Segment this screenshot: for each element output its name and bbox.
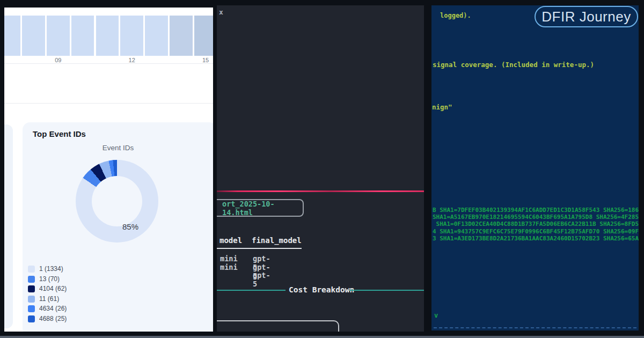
cell-model: mini [220, 263, 238, 271]
legend-swatch [28, 276, 35, 283]
divider-line [4, 63, 213, 64]
sha-hash-line: SHA1=A5167EB970E18214695594C6043BF695A1A… [433, 214, 639, 221]
histogram-bar [96, 16, 119, 56]
badge-label: DFIR Journey [541, 9, 631, 25]
legend-label: 11 (61) [39, 296, 59, 303]
pink-separator-line [217, 190, 424, 192]
x-axis-tick-label: 12 [129, 57, 135, 63]
legend-label: 13 (70) [39, 276, 60, 283]
divider-line [4, 103, 213, 104]
donut-legend: 1 (1334)13 (70)4104 (62)11 (61)4634 (26)… [28, 266, 67, 322]
legend-label: 4634 (26) [39, 305, 67, 312]
benign-text: nign" [432, 103, 452, 111]
legend-item[interactable]: 11 (61) [28, 296, 67, 303]
legend-label: 4104 (62) [39, 285, 67, 292]
dashboard-panel: 091215 Top Event IDs Event IDs 85% 1 (13… [4, 8, 213, 332]
card-title: Top Event IDs [33, 129, 86, 138]
donut-percentage-label: 85% [122, 222, 138, 231]
screenshot-frame: 091215 Top Event IDs Event IDs 85% 1 (13… [0, 0, 644, 338]
legend-swatch [28, 266, 35, 273]
cropped-report-box [217, 320, 339, 332]
section-title: Cost Breakdown [289, 285, 354, 294]
top-event-ids-card: Top Event IDs Event IDs 85% 1 (1334)13 (… [23, 122, 213, 332]
window-bottom-edge [0, 336, 644, 338]
sha-hash-line: 4 SHA1=943757C9EFC6C75E79F0996C6BF45F12B… [433, 228, 639, 235]
report-filename: ort_2025-10-14.html [222, 200, 303, 217]
sha-hash-line: 3 SHA1=A3ED173BE8D2A21736BA1AAC83A2460D1… [433, 235, 639, 242]
divider-line-right [349, 290, 424, 291]
legend-swatch [28, 315, 35, 322]
column-header-final-model: final_model [252, 236, 302, 245]
histogram-bar [47, 16, 70, 56]
cursor-glyph: v [434, 312, 438, 319]
cell-model: mini [220, 254, 238, 263]
terminal-report-panel: x ort_2025-10-14.html model final_model … [217, 5, 424, 332]
close-icon[interactable]: x [219, 8, 223, 16]
legend-label: 4688 (25) [39, 315, 67, 322]
legend-item[interactable]: 4104 (62) [28, 285, 67, 292]
legend-item[interactable]: 4634 (26) [28, 305, 67, 312]
cost-breakdown-section-divider: Cost Breakdown [217, 285, 424, 296]
table-header-underline [217, 248, 302, 249]
legend-swatch [28, 305, 35, 312]
histogram-bar [170, 16, 193, 56]
donut-hole [92, 176, 142, 226]
histogram-bar [4, 16, 20, 56]
donut-chart-title: Event IDs [86, 144, 150, 152]
dfir-journey-badge: DFIR Journey [535, 6, 638, 27]
legend-swatch [28, 285, 35, 292]
histogram-bar [71, 16, 94, 56]
dashed-box-bottom-border [434, 327, 636, 328]
histogram-bar [22, 16, 45, 56]
histogram-bar [120, 16, 143, 56]
dfir-notes-panel: logged). DFIR Journey signal coverage. (… [431, 5, 639, 330]
cropped-card-edge [4, 124, 13, 328]
sha-hash-list: B SHA1=7DFEF03B402139394AF1C6ADD7ED1C3D1… [433, 207, 639, 242]
x-axis-tick-label: 15 [202, 57, 209, 63]
sha-hash-line: B SHA1=7DFEF03B402139394AF1C6ADD7ED1C3D1… [433, 207, 639, 214]
histogram-bar [145, 16, 168, 56]
hour-histogram [4, 16, 213, 56]
legend-item[interactable]: 4688 (25) [28, 315, 67, 322]
signal-coverage-text: signal coverage. (Included in write-up.) [433, 61, 594, 69]
divider-line-left [217, 290, 286, 291]
legend-label: 1 (1334) [39, 266, 63, 273]
column-header-model: model [219, 236, 242, 245]
legend-item[interactable]: 13 (70) [28, 276, 67, 283]
histogram-bar [194, 16, 213, 56]
report-filename-box: ort_2025-10-14.html [217, 199, 304, 217]
legend-item[interactable]: 1 (1334) [28, 266, 67, 273]
legend-swatch [28, 296, 35, 303]
sha-hash-line: SHA1=0F13D02CEA40D4C88D1B737FA5D06EB6CA2… [433, 221, 639, 227]
x-axis-tick-label: 09 [55, 57, 61, 63]
logged-text: logged). [440, 12, 471, 19]
